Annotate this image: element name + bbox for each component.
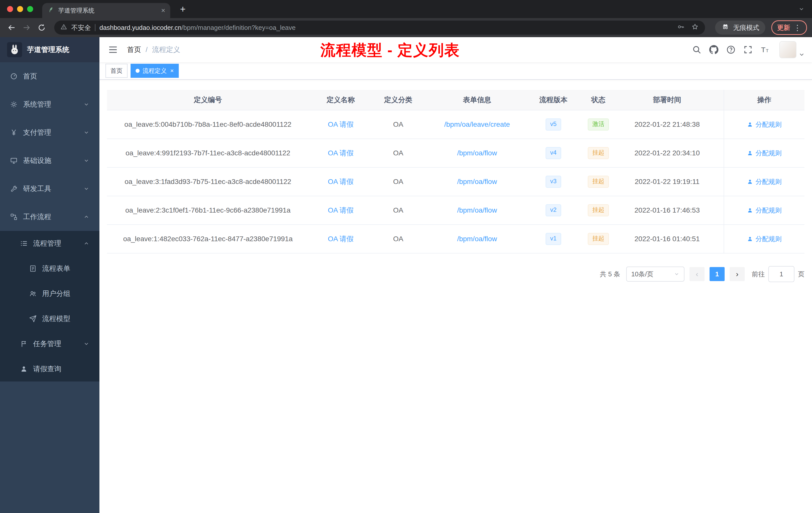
help-icon[interactable] [724,43,738,57]
table-row: oa_leave:5:004b710b-7b8a-11ec-8ef0-acde4… [107,111,805,139]
not-secure-warning-icon[interactable] [60,23,67,32]
breadcrumb-home[interactable]: 首页 [127,45,141,55]
status-badge: 挂起 [588,204,609,216]
col-status: 状态 [577,90,620,110]
sidebar-item-label: 系统管理 [23,100,51,109]
assign-rule-button[interactable]: 分配规则 [747,149,782,158]
sidebar-item-workflow[interactable]: 工作流程 [0,203,99,231]
url-host: dashboard.yudao.iocoder.cn [99,24,181,31]
tag-label: 首页 [111,67,122,75]
sidebar-item-task-management[interactable]: 任务管理 [0,331,99,356]
sidebar-item-process-form[interactable]: 流程表单 [0,256,99,281]
sidebar-item-label: 流程管理 [33,239,61,248]
page-size-select[interactable]: 10条/页 [626,267,685,281]
chevron-up-icon [83,214,89,220]
form-link[interactable]: /bpm/oa/flow [457,235,497,243]
version-badge: v3 [546,176,561,188]
next-page-button[interactable]: › [730,267,745,281]
sidebar-item-user-group[interactable]: 用户分组 [0,281,99,306]
definition-name-link[interactable]: OA 请假 [328,120,354,129]
close-window-button[interactable] [7,6,13,12]
password-key-icon[interactable] [677,23,685,33]
version-badge: v4 [546,147,561,159]
status-badge: 激活 [588,118,609,130]
reload-icon[interactable] [35,21,48,34]
assign-rule-button[interactable]: 分配规则 [747,177,782,186]
breadcrumb: 首页 / 流程定义 [127,45,180,55]
tab-close-icon[interactable]: × [161,7,165,14]
sidebar-item-infrastructure[interactable]: 基础设施 [0,147,99,175]
incognito-badge: 无痕模式 [715,21,765,35]
pagination-total: 共 5 条 [600,270,620,279]
sidebar-item-label: 支付管理 [23,128,51,137]
sidebar-item-process-model[interactable]: 流程模型 [0,306,99,331]
definition-name-link[interactable]: OA 请假 [328,206,354,215]
assign-rule-label: 分配规则 [755,149,782,158]
tag-process-definition[interactable]: 流程定义 × [130,64,179,78]
chevron-down-icon [83,186,89,192]
window-controls [5,6,38,12]
fullscreen-icon[interactable] [741,43,755,57]
tab-search-chevron-icon[interactable] [796,3,807,14]
cell-definition-id: oa_leave:2:3c1f0ef1-76b1-11ec-9c66-a2380… [107,196,309,224]
new-tab-button[interactable]: + [176,2,189,16]
github-icon[interactable] [707,43,721,57]
tag-close-icon[interactable]: × [170,68,174,74]
incognito-spy-icon [721,23,730,33]
sidebar-item-payment[interactable]: 支付管理 [0,118,99,147]
sidebar-logo[interactable]: 芋道管理系统 [0,37,99,62]
browser-update-button[interactable]: 更新 ⋮ [771,20,807,35]
form-link[interactable]: /bpm/oa/flow [457,178,497,186]
definition-name-link[interactable]: OA 请假 [328,177,354,186]
prev-page-button[interactable]: ‹ [690,267,704,281]
assign-rule-button[interactable]: 分配规则 [747,120,782,129]
minimize-window-button[interactable] [17,6,23,12]
app-title: 芋道管理系统 [27,45,69,55]
forward-icon[interactable] [20,21,33,34]
browser-menu-kebab-icon[interactable]: ⋮ [794,23,801,32]
user-menu[interactable] [779,41,805,58]
cell-deploy-time: 2022-01-22 19:19:11 [620,168,714,196]
url-text[interactable]: dashboard.yudao.iocoder.cn/bpm/manager/d… [99,24,673,32]
yen-icon [10,129,18,136]
form-link[interactable]: /bpm/oa/flow [457,206,497,214]
person-icon [20,365,28,373]
form-link[interactable]: /bpm/oa/leave/create [444,120,510,128]
table-row: oa_leave:1:482ec033-762a-11ec-8477-a2380… [107,225,805,253]
assign-rule-button[interactable]: 分配规则 [747,235,782,243]
avatar[interactable] [779,41,796,58]
address-bar[interactable]: 不安全 dashboard.yudao.iocoder.cn/bpm/manag… [54,21,705,35]
monitor-icon [10,157,18,164]
security-label[interactable]: 不安全 [71,23,91,32]
sidebar-item-leave-query[interactable]: 请假查询 [0,356,99,382]
bookmark-star-icon[interactable] [691,23,699,33]
definition-name-link[interactable]: OA 请假 [328,234,354,244]
current-page-button[interactable]: 1 [709,267,725,281]
cell-deploy-time: 2022-01-16 17:46:53 [620,196,714,224]
font-size-icon[interactable]: TT [758,43,772,57]
definition-name-link[interactable]: OA 请假 [328,148,354,158]
back-icon[interactable] [5,21,18,34]
list-icon [20,240,28,247]
breadcrumb-separator: / [146,46,148,54]
form-link[interactable]: /bpm/oa/flow [457,149,497,157]
assign-rule-button[interactable]: 分配规则 [747,206,782,215]
chevron-down-icon [83,129,89,135]
cell-category: OA [373,225,424,253]
tag-home[interactable]: 首页 [106,64,127,78]
sidebar-item-system[interactable]: 系统管理 [0,90,99,118]
logo-avatar [7,42,22,57]
search-icon[interactable] [690,43,703,57]
sidebar-item-dev-tools[interactable]: 研发工具 [0,175,99,203]
page-size-value: 10条/页 [631,270,653,279]
url-path: /bpm/manager/definition?key=oa_leave [181,24,296,31]
goto-page-input[interactable] [768,266,794,282]
version-badge: v5 [546,118,561,130]
sidebar-item-process-management[interactable]: 流程管理 [0,231,99,256]
sidebar-item-home[interactable]: 首页 [0,62,99,90]
browser-tab[interactable]: 芋道管理系统 × [42,3,170,18]
hamburger-icon[interactable] [107,44,119,56]
tab-title: 芋道管理系统 [58,6,157,14]
zoom-window-button[interactable] [27,6,33,12]
status-badge: 挂起 [588,176,609,188]
